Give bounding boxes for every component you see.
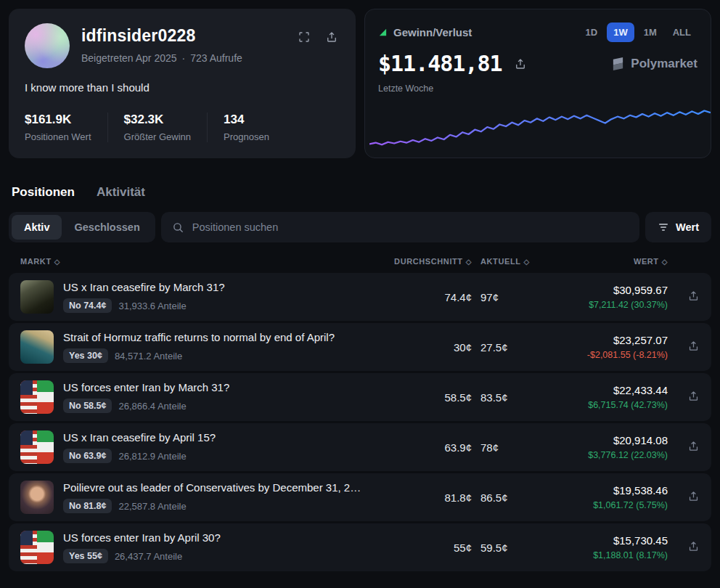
pnl-value: $11.481,81 [378, 51, 502, 76]
share-icon[interactable] [512, 56, 528, 72]
table-row[interactable]: US x Iran ceasefire by April 15? No 63.9… [9, 423, 711, 471]
avg-price: 81.8¢ [363, 491, 472, 504]
share-icon[interactable] [324, 29, 340, 45]
table-header: MARKT◇ DURCHSCHNITT◇ AKTUELL◇ WERT◇ [9, 242, 711, 273]
status-toggle: Aktiv Geschlossen [9, 212, 155, 242]
sort-icon [658, 221, 669, 233]
shares-count: 31,933.6 Anteile [118, 301, 186, 311]
pnl-title: Gewinn/Verlust [393, 26, 472, 38]
range-1d[interactable]: 1D [579, 23, 605, 42]
stat-biggest-win: $32.3K Größter Gewinn [107, 113, 207, 142]
position-change: $7,211.42 (30.37%) [552, 300, 668, 310]
current-price: 86.5¢ [472, 491, 552, 504]
position-change: -$2,081.55 (-8.21%) [552, 350, 668, 360]
tab-aktivitaet[interactable]: Aktivität [97, 185, 145, 200]
polymarket-logo-icon [611, 57, 625, 70]
position-badge: No 74.4¢ [63, 298, 112, 313]
polymarket-brand: Polymarket [611, 57, 698, 71]
market-thumbnail [20, 481, 54, 514]
shares-count: 22,587.8 Anteile [118, 501, 186, 512]
share-icon[interactable] [687, 290, 700, 305]
table-row[interactable]: US forces enter Iran by April 30? Yes 55… [9, 523, 711, 571]
current-price: 78¢ [472, 441, 552, 454]
meta-separator: · [182, 52, 186, 64]
search-bar[interactable] [161, 212, 639, 242]
share-icon[interactable] [687, 540, 700, 555]
share-icon[interactable] [687, 440, 700, 455]
header-wert[interactable]: WERT◇ [552, 257, 668, 266]
position-change: $3,776.12 (22.03%) [552, 450, 668, 460]
market-thumbnail [20, 280, 54, 314]
joined-date: Beigetreten Apr 2025 [81, 52, 177, 64]
profile-bio: I know more than I should [25, 81, 340, 94]
market-title[interactable]: US x Iran ceasefire by March 31? [63, 281, 225, 293]
scan-icon[interactable] [296, 29, 312, 45]
sort-diamond-icon: ◇ [466, 258, 472, 266]
range-1m[interactable]: 1M [637, 23, 663, 42]
position-change: $1,061.72 (5.75%) [552, 500, 668, 510]
table-row[interactable]: Strait of Hormuz traffic returns to norm… [9, 323, 711, 371]
toggle-aktiv[interactable]: Aktiv [12, 215, 62, 240]
position-badge: Yes 55¢ [63, 549, 108, 563]
position-badge: Yes 30¢ [63, 348, 108, 363]
pnl-period: Letzte Woche [378, 83, 698, 94]
market-thumbnail [20, 430, 54, 464]
position-change: $6,715.74 (42.73%) [552, 400, 668, 410]
profile-card: idfinsider0228 Beigetreten Apr 2025 · 72… [9, 9, 356, 158]
avg-price: 30¢ [363, 341, 472, 354]
position-badge: No 58.5¢ [63, 399, 112, 413]
table-row[interactable]: Poilievre out as leader of Conservatives… [9, 473, 711, 521]
market-title[interactable]: US forces enter Iran by March 31? [63, 381, 229, 393]
market-title[interactable]: US forces enter Iran by April 30? [63, 531, 221, 544]
range-1w[interactable]: 1W [607, 23, 634, 42]
profile-stats: $161.9K Positionen Wert $32.3K Größter G… [25, 113, 340, 142]
header-durchschnitt[interactable]: DURCHSCHNITT◇ [363, 257, 472, 266]
sort-button[interactable]: Wert [645, 212, 711, 242]
position-value: $15,730.45 [552, 534, 668, 547]
share-icon[interactable] [687, 390, 700, 405]
market-title[interactable]: US x Iran ceasefire by April 15? [63, 431, 216, 444]
current-price: 59.5¢ [472, 542, 552, 554]
avg-price: 55¢ [363, 542, 472, 554]
main-tabs: Positionen Aktivität [12, 185, 708, 200]
tab-positionen[interactable]: Positionen [12, 185, 75, 200]
sort-diamond-icon: ◇ [54, 258, 60, 266]
market-title[interactable]: Poilievre out as leader of Conservatives… [63, 481, 363, 494]
table-row[interactable]: US forces enter Iran by March 31? No 58.… [9, 373, 711, 421]
position-value: $20,914.08 [552, 434, 668, 446]
search-icon [172, 221, 184, 234]
header-markt[interactable]: MARKT◇ [20, 257, 363, 266]
position-value: $22,433.44 [552, 384, 668, 396]
market-title[interactable]: Strait of Hormuz traffic returns to norm… [63, 331, 335, 343]
toggle-geschlossen[interactable]: Geschlossen [62, 215, 152, 240]
avatar [25, 23, 70, 68]
search-input[interactable] [192, 221, 629, 233]
stat-predictions: 134 Prognosen [207, 113, 285, 142]
current-price: 27.5¢ [472, 341, 552, 354]
trend-up-icon [378, 28, 388, 37]
market-thumbnail [20, 380, 54, 414]
avg-price: 74.4¢ [363, 291, 472, 303]
shares-count: 84,571.2 Anteile [115, 351, 182, 362]
username: idfinsider0228 [81, 26, 242, 46]
sort-diamond-icon: ◇ [524, 258, 530, 266]
position-badge: No 81.8¢ [63, 499, 112, 513]
shares-count: 26,437.7 Anteile [115, 551, 182, 562]
position-value: $30,959.67 [552, 284, 668, 296]
range-all[interactable]: ALL [666, 23, 698, 42]
share-icon[interactable] [687, 340, 700, 355]
shares-count: 26,866.4 Anteile [118, 401, 186, 412]
position-value: $23,257.07 [552, 334, 668, 346]
share-icon[interactable] [687, 490, 700, 505]
positions-table: MARKT◇ DURCHSCHNITT◇ AKTUELL◇ WERT◇ US x… [9, 242, 711, 571]
market-thumbnail [20, 531, 54, 564]
range-selector: 1D 1W 1M ALL [579, 23, 698, 42]
table-row[interactable]: US x Iran ceasefire by March 31? No 74.4… [9, 273, 711, 321]
position-badge: No 63.9¢ [63, 449, 112, 463]
stat-positions-value: $161.9K Positionen Wert [25, 113, 107, 142]
header-aktuell[interactable]: AKTUELL◇ [472, 257, 552, 266]
market-thumbnail [20, 330, 54, 364]
avg-price: 58.5¢ [363, 391, 472, 404]
pnl-card: Gewinn/Verlust 1D 1W 1M ALL $11.481,81 P… [364, 9, 711, 158]
position-change: $1,188.01 (8.17%) [552, 550, 668, 560]
